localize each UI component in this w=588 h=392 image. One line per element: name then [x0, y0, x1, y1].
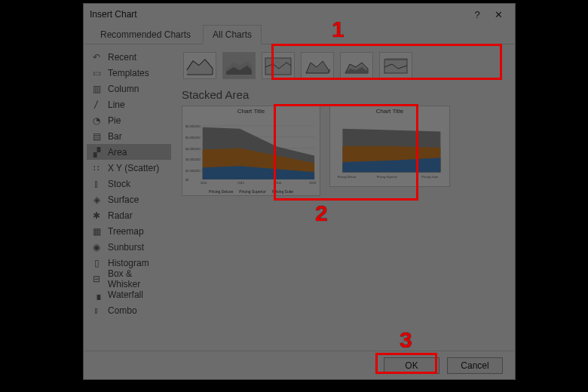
svg-marker-4: [329, 69, 330, 73]
svg-text:Pricing Deluxe: Pricing Deluxe: [338, 176, 357, 179]
sidebar-item-label: Stock: [108, 179, 130, 189]
sidebar-item-box-whisker[interactable]: ⊟Box & Whisker: [87, 271, 171, 286]
subtype-area[interactable]: [183, 52, 216, 79]
waterfall-icon: ▗: [91, 289, 102, 300]
sidebar-item-radar[interactable]: ✱Radar: [87, 207, 171, 223]
svg-text:$5,000,000: $5,000,000: [185, 136, 201, 139]
preview-legend: Pricing Deluxe Pricing Superior Pricing …: [184, 189, 318, 194]
sidebar-item-sunburst[interactable]: ◉Sunburst: [87, 239, 171, 255]
preview-plot: Pricing DeluxePricing SuperiorPricing Su…: [332, 116, 448, 185]
svg-text:$4,000,000: $4,000,000: [185, 147, 201, 151]
svg-text:Pricing Superior: Pricing Superior: [377, 176, 398, 179]
treemap-icon: ▦: [91, 226, 102, 237]
close-button[interactable]: ✕: [488, 6, 509, 23]
subtype-100-stacked-area[interactable]: [262, 52, 295, 79]
svg-text:$0: $0: [185, 178, 189, 182]
svg-text:2014: 2014: [201, 181, 208, 185]
sidebar-item-stock[interactable]: ⫿Stock: [87, 176, 171, 191]
tab-all-charts[interactable]: All Charts: [203, 25, 262, 44]
stacked-area-3d-mini-icon: [342, 55, 371, 76]
templates-icon: ▭: [91, 68, 102, 78]
sidebar-item-label: Pie: [108, 115, 121, 126]
combo-icon: ⫾: [91, 305, 102, 316]
svg-text:$3,000,000: $3,000,000: [185, 158, 201, 161]
area-icon: ▞: [91, 147, 102, 158]
sidebar-item-label: Templates: [108, 68, 149, 78]
sidebar-item-surface[interactable]: ◈Surface: [87, 191, 171, 207]
area-3d-mini-icon: [303, 55, 332, 76]
svg-rect-2: [265, 58, 291, 75]
tab-bar: Recommended Charts All Charts: [84, 25, 515, 44]
svg-text:2016: 2016: [275, 181, 283, 185]
subtype-stacked-area[interactable]: [222, 52, 256, 79]
percent-stacked-area-3d-mini-icon: [381, 55, 410, 76]
sidebar-item-label: Column: [108, 84, 139, 94]
histogram-icon: ▯: [91, 258, 102, 268]
svg-marker-3: [306, 61, 329, 73]
stacked-area-mini-icon: [225, 55, 253, 76]
chart-type-sidebar: ↶Recent ▭Templates ▥Column 〳Line ◔Pie ▤B…: [84, 44, 174, 351]
subtype-3d-stacked-area[interactable]: [340, 52, 373, 79]
area-mini-icon: [185, 55, 214, 76]
sidebar-item-column[interactable]: ▥Column: [87, 81, 171, 96]
sidebar-item-label: Sunburst: [108, 242, 144, 253]
sunburst-icon: ◉: [91, 242, 102, 253]
percent-stacked-area-mini-icon: [264, 55, 292, 76]
sidebar-item-label: Combo: [108, 305, 137, 316]
sidebar-item-label: Bar: [108, 131, 122, 142]
line-icon: 〳: [91, 100, 102, 110]
radar-icon: ✱: [91, 210, 102, 221]
cancel-button[interactable]: Cancel: [447, 357, 503, 374]
button-row: OK Cancel: [84, 351, 515, 379]
pie-icon: ◔: [91, 115, 102, 126]
preview-large[interactable]: Chart Title $6,000,000$5,000,000$4,000,0…: [182, 106, 320, 196]
content-panel: Stacked Area Chart Title $: [174, 44, 515, 351]
column-icon: ▥: [91, 84, 102, 94]
sidebar-item-recent[interactable]: ↶Recent: [87, 49, 171, 65]
help-button[interactable]: ?: [467, 6, 488, 23]
sidebar-item-pie[interactable]: ◔Pie: [87, 112, 171, 128]
surface-icon: ◈: [91, 194, 102, 205]
svg-text:$6,000,000: $6,000,000: [185, 124, 201, 128]
recent-icon: ↶: [91, 52, 102, 63]
sidebar-item-label: Waterfall: [108, 289, 143, 300]
sidebar-item-label: X Y (Scatter): [108, 163, 159, 173]
sidebar-item-templates[interactable]: ▭Templates: [87, 65, 171, 81]
sidebar-item-label: Line: [108, 100, 125, 110]
subtype-title: Stacked Area: [182, 88, 507, 101]
svg-text:$2,000,000: $2,000,000: [185, 169, 201, 173]
svg-text:2018: 2018: [309, 181, 317, 185]
sidebar-item-area[interactable]: ▞Area: [87, 144, 171, 160]
sidebar-item-line[interactable]: 〳Line: [87, 96, 171, 112]
sidebar-item-label: Radar: [108, 210, 133, 221]
titlebar: Insert Chart ? ✕: [84, 4, 515, 25]
preview-small[interactable]: Chart Title Pricing DeluxePricing Superi…: [329, 106, 450, 187]
insert-chart-dialog: Insert Chart ? ✕ Recommended Charts All …: [83, 3, 516, 380]
sidebar-item-xy-scatter[interactable]: ∷X Y (Scatter): [87, 160, 171, 176]
sidebar-item-label: Recent: [108, 52, 136, 63]
legend-item: Pricing Suite: [272, 189, 293, 194]
sidebar-item-label: Area: [108, 147, 127, 158]
sidebar-item-label: Box & Whisker: [108, 268, 167, 289]
legend-item: Pricing Superior: [239, 189, 266, 194]
tab-recommended-charts[interactable]: Recommended Charts: [91, 26, 200, 44]
sidebar-item-treemap[interactable]: ▦Treemap: [87, 223, 171, 239]
sidebar-item-label: Surface: [108, 194, 139, 205]
sidebar-item-bar[interactable]: ▤Bar: [87, 128, 171, 144]
scatter-icon: ∷: [91, 163, 102, 173]
bar-icon: ▤: [91, 131, 102, 142]
subtype-3d-area[interactable]: [301, 52, 334, 79]
legend-item: Pricing Deluxe: [209, 189, 233, 194]
dialog-title: Insert Chart: [90, 9, 467, 20]
subtype-3d-100-stacked-area[interactable]: [379, 52, 412, 79]
preview-plot: $6,000,000$5,000,000$4,000,000$3,000,000…: [184, 116, 318, 188]
preview-title: Chart Title: [332, 108, 448, 115]
stock-icon: ⫿: [91, 179, 102, 189]
svg-text:2015: 2015: [237, 181, 245, 185]
sidebar-item-combo[interactable]: ⫾Combo: [87, 302, 171, 318]
sidebar-item-label: Treemap: [108, 226, 144, 237]
preview-title: Chart Title: [184, 108, 318, 115]
svg-text:Pricing Suite: Pricing Suite: [421, 176, 438, 179]
box-whisker-icon: ⊟: [91, 274, 102, 284]
ok-button[interactable]: OK: [384, 357, 439, 374]
